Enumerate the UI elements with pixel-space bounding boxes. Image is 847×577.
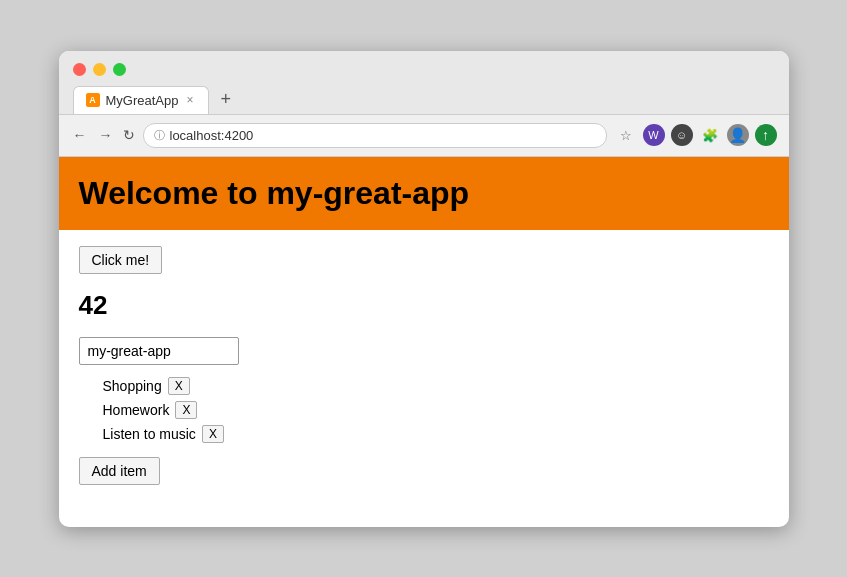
- traffic-lights: [73, 63, 775, 76]
- back-button[interactable]: ←: [71, 125, 89, 145]
- tab-bar: A MyGreatApp × +: [73, 86, 775, 114]
- list-item: Shopping X: [103, 377, 769, 395]
- list-item-text: Listen to music: [103, 426, 196, 442]
- tab-favicon: A: [86, 93, 100, 107]
- browser-window: A MyGreatApp × + ← → ↻ ⓘ localhost:4200 …: [59, 51, 789, 527]
- remove-item-button[interactable]: X: [202, 425, 224, 443]
- extension-face-icon[interactable]: ☺: [671, 124, 693, 146]
- update-icon[interactable]: ↑: [755, 124, 777, 146]
- address-bar: ← → ↻ ⓘ localhost:4200 ☆ W ☺ 🧩 👤 ↑: [59, 115, 789, 157]
- new-tab-button[interactable]: +: [213, 87, 240, 112]
- url-info-icon: ⓘ: [154, 128, 165, 143]
- traffic-light-red[interactable]: [73, 63, 86, 76]
- refresh-button[interactable]: ↻: [123, 127, 135, 143]
- remove-item-button[interactable]: X: [175, 401, 197, 419]
- extensions-icon[interactable]: 🧩: [699, 124, 721, 146]
- extension-w-icon[interactable]: W: [643, 124, 665, 146]
- traffic-light-yellow[interactable]: [93, 63, 106, 76]
- app-header: Welcome to my-great-app: [59, 157, 789, 230]
- title-bar: A MyGreatApp × +: [59, 51, 789, 115]
- forward-button[interactable]: →: [97, 125, 115, 145]
- tab-title: MyGreatApp: [106, 93, 179, 108]
- counter-display: 42: [79, 290, 769, 321]
- page-content: Welcome to my-great-app Click me! 42 Sho…: [59, 157, 789, 527]
- tab-close-button[interactable]: ×: [184, 93, 195, 107]
- list-item: Listen to music X: [103, 425, 769, 443]
- app-title: Welcome to my-great-app: [79, 175, 470, 211]
- bookmark-icon[interactable]: ☆: [615, 124, 637, 146]
- toolbar-icons: ☆ W ☺ 🧩 👤 ↑: [615, 124, 777, 146]
- account-icon[interactable]: 👤: [727, 124, 749, 146]
- remove-item-button[interactable]: X: [168, 377, 190, 395]
- app-body: Click me! 42 Shopping X Homework X Liste…: [59, 230, 789, 501]
- url-value: localhost:4200: [170, 128, 254, 143]
- todo-list: Shopping X Homework X Listen to music X: [103, 377, 769, 443]
- click-me-button[interactable]: Click me!: [79, 246, 163, 274]
- list-item-text: Shopping: [103, 378, 162, 394]
- url-box[interactable]: ⓘ localhost:4200: [143, 123, 607, 148]
- list-item: Homework X: [103, 401, 769, 419]
- app-text-input[interactable]: [79, 337, 239, 365]
- active-tab[interactable]: A MyGreatApp ×: [73, 86, 209, 114]
- traffic-light-green[interactable]: [113, 63, 126, 76]
- list-item-text: Homework: [103, 402, 170, 418]
- add-item-button[interactable]: Add item: [79, 457, 160, 485]
